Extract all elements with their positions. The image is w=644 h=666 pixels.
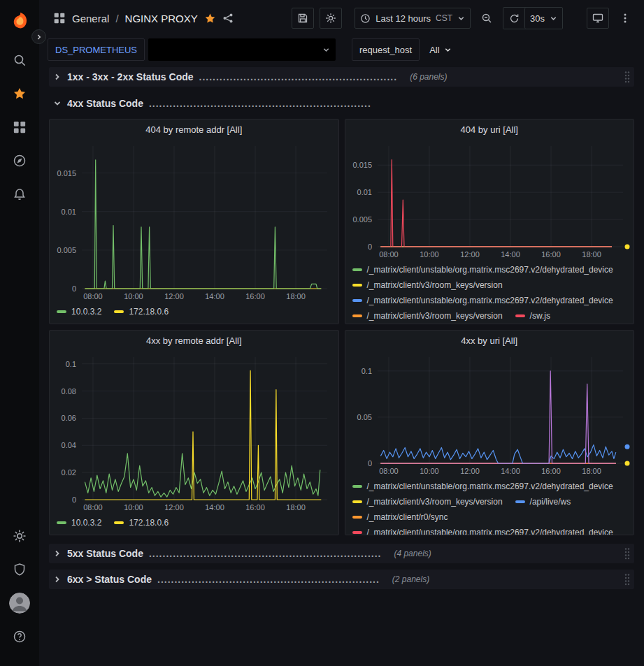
- chevron-down-icon: [457, 15, 465, 22]
- legend-swatch: [352, 268, 362, 271]
- request-host-picker[interactable]: All: [423, 38, 457, 61]
- dashboards-grid-icon[interactable]: [6, 113, 34, 141]
- svg-text:0.005: 0.005: [352, 215, 372, 224]
- row-5xx[interactable]: 5xx Status Code ........................…: [49, 544, 634, 563]
- row-panel-count: (2 panels): [392, 574, 429, 584]
- legend-item[interactable]: 172.18.0.6: [114, 304, 169, 319]
- time-range-picker[interactable]: Last 12 hours CST: [355, 8, 471, 29]
- legend-item[interactable]: /_matrix/client/v3/room_keys/version: [352, 494, 503, 509]
- svg-text:0.1: 0.1: [361, 367, 371, 375]
- legend-label: 172.18.0.6: [129, 515, 169, 530]
- dashboard-settings-button[interactable]: [320, 8, 342, 29]
- legend-swatch: [515, 500, 525, 503]
- svg-text:10:00: 10:00: [124, 503, 143, 512]
- legend-label: /_matrix/client/v3/room_keys/version: [367, 308, 503, 324]
- explore-compass-icon[interactable]: [6, 147, 34, 175]
- legend-label: /api/live/ws: [530, 494, 571, 509]
- alerting-bell-icon[interactable]: [6, 180, 34, 208]
- breadcrumb-title[interactable]: NGINX PROXY: [125, 13, 198, 24]
- timeseries-chart[interactable]: 08:0010:0012:0014:0016:0018:0000.020.040…: [50, 352, 338, 514]
- legend-swatch: [515, 314, 525, 317]
- help-icon[interactable]: [6, 623, 34, 651]
- svg-text:0.06: 0.06: [62, 414, 76, 422]
- drag-handle-icon[interactable]: [624, 573, 631, 586]
- panel-title[interactable]: 4xx by remote addr [All]: [50, 331, 338, 352]
- legend-item[interactable]: /_matrix/client/v3/room_keys/version: [352, 277, 503, 293]
- legend-item[interactable]: /_matrix/client/r0/sync: [352, 509, 448, 525]
- grafana-logo-icon[interactable]: [6, 7, 34, 35]
- svg-text:0.01: 0.01: [62, 208, 76, 216]
- favorite-star-icon[interactable]: [204, 13, 216, 24]
- row-panel-count: (6 panels): [410, 72, 447, 82]
- svg-text:0.05: 0.05: [357, 413, 371, 421]
- svg-text:12:00: 12:00: [460, 250, 480, 259]
- legend-swatch: [352, 500, 362, 503]
- row-title: 6xx > Status Code: [67, 574, 152, 585]
- legend-item[interactable]: 172.18.0.6: [114, 515, 169, 530]
- share-icon[interactable]: [222, 13, 234, 24]
- sidebar-expand-button[interactable]: [31, 29, 46, 44]
- search-icon[interactable]: [6, 46, 34, 74]
- legend-item[interactable]: /_matrix/client/v3/room_keys/version: [352, 308, 503, 324]
- row-title: 4xx Status Code: [67, 98, 143, 109]
- panel-title[interactable]: 404 by remote addr [All]: [50, 120, 338, 140]
- variables-submenu: DS_PROMETHEUS request_host All: [39, 36, 644, 63]
- zoom-out-button[interactable]: [476, 8, 497, 29]
- row-1xx-3xx-2xx[interactable]: 1xx - 3xx - 2xx Status Code ............…: [49, 67, 634, 87]
- svg-text:0.1: 0.1: [66, 360, 76, 368]
- configuration-gear-icon[interactable]: [6, 522, 34, 550]
- server-admin-shield-icon[interactable]: [6, 556, 34, 584]
- panel-title[interactable]: 404 by uri [All]: [345, 120, 634, 140]
- svg-text:12:00: 12:00: [164, 503, 184, 512]
- svg-text:0: 0: [367, 459, 371, 468]
- starred-dashboards-icon[interactable]: [6, 80, 34, 108]
- kebab-menu-button[interactable]: [615, 8, 636, 29]
- svg-text:16:00: 16:00: [245, 292, 265, 301]
- svg-text:0.015: 0.015: [57, 169, 76, 178]
- legend-item[interactable]: /_matrix/client/unstable/org.matrix.msc2…: [352, 293, 613, 308]
- legend-label: /_matrix/client/unstable/org.matrix.msc2…: [367, 479, 613, 494]
- timeseries-chart[interactable]: 08:0010:0012:0014:0016:0018:0000.050.1: [345, 352, 634, 477]
- svg-text:18:00: 18:00: [286, 292, 306, 301]
- svg-text:0.005: 0.005: [57, 246, 76, 254]
- user-avatar[interactable]: [6, 589, 34, 617]
- panel-404-by-uri: 404 by uri [All] 08:0010:0012:0014:0016:…: [345, 119, 635, 324]
- top-navbar: General / NGINX PROXY Last 12 hours: [39, 0, 644, 36]
- avatar-image: [9, 593, 30, 614]
- timeseries-chart[interactable]: 08:0010:0012:0014:0016:0018:0000.0050.01…: [345, 140, 634, 261]
- panel-legend: 10.0.3.2172.18.0.6: [50, 303, 338, 324]
- svg-text:0: 0: [72, 284, 76, 293]
- svg-text:0.015: 0.015: [352, 161, 372, 169]
- svg-text:0.08: 0.08: [62, 387, 76, 396]
- legend-label: 10.0.3.2: [71, 515, 101, 530]
- drag-handle-icon[interactable]: [624, 71, 631, 83]
- drag-handle-icon[interactable]: [624, 547, 631, 560]
- legend-swatch: [57, 521, 66, 524]
- chevron-down-icon: [322, 46, 330, 54]
- row-6xx[interactable]: 6xx > Status Code ......................…: [49, 570, 634, 589]
- save-dashboard-button[interactable]: [292, 8, 314, 29]
- svg-text:18:00: 18:00: [286, 503, 306, 512]
- legend-label: /sw.js: [530, 308, 550, 324]
- legend-item[interactable]: 10.0.3.2: [57, 304, 101, 319]
- legend-item[interactable]: /api/live/ws: [515, 494, 571, 509]
- legend-item[interactable]: 10.0.3.2: [57, 515, 101, 530]
- svg-text:0.04: 0.04: [62, 441, 76, 449]
- refresh-button[interactable]: [503, 8, 524, 29]
- legend-item[interactable]: /_matrix/client/unstable/org.matrix.msc2…: [352, 525, 613, 535]
- panel-title[interactable]: 4xx by uri [All]: [345, 331, 634, 352]
- legend-item[interactable]: /_matrix/client/unstable/org.matrix.msc2…: [352, 262, 613, 277]
- request-host-value: All: [429, 45, 439, 55]
- refresh-interval-picker[interactable]: 30s: [524, 8, 562, 29]
- datasource-picker[interactable]: [148, 38, 336, 61]
- legend-item[interactable]: /sw.js: [515, 308, 550, 324]
- legend-swatch: [57, 310, 66, 313]
- legend-item[interactable]: /_matrix/client/unstable/org.matrix.msc2…: [352, 479, 613, 494]
- row-panel-count: (4 panels): [394, 549, 431, 558]
- row-leader-dots: ........................................…: [149, 548, 382, 559]
- row-4xx[interactable]: 4xx Status Code ........................…: [49, 94, 634, 113]
- chevron-down-icon: [444, 46, 452, 54]
- tv-mode-button[interactable]: [587, 8, 609, 29]
- breadcrumb-section[interactable]: General: [72, 13, 109, 24]
- timeseries-chart[interactable]: 08:0010:0012:0014:0016:0018:0000.0050.01…: [50, 140, 338, 303]
